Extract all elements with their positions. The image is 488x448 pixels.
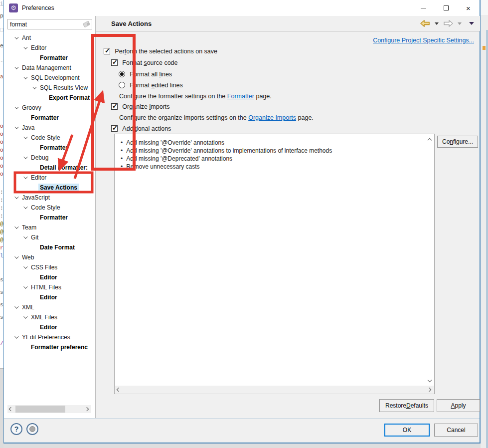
chevron-down-icon[interactable] (23, 234, 27, 238)
tree-item-label[interactable]: Formatter (38, 214, 69, 222)
tree-item[interactable]: Debug (4, 153, 96, 163)
format-edited-lines-radio[interactable] (119, 82, 125, 88)
tree-item-label[interactable]: Code Style (29, 134, 62, 142)
tree-item[interactable]: Formatter (4, 143, 96, 153)
chevron-down-icon[interactable] (23, 205, 27, 209)
titlebar[interactable]: ⚙ Preferences × (4, 0, 480, 16)
chevron-down-icon[interactable] (14, 334, 18, 338)
forward-history-dropdown-icon[interactable] (458, 22, 462, 25)
tree-item-label[interactable]: Editor (38, 293, 59, 301)
tree-item[interactable]: SQL Development (4, 73, 96, 83)
chevron-down-icon[interactable] (23, 264, 27, 268)
tree-item-label[interactable]: SQL Results View (38, 84, 89, 92)
restore-defaults-button[interactable]: Restore Defaults (379, 399, 434, 412)
tree-item[interactable]: Groovy (4, 103, 96, 113)
minimize-button[interactable] (412, 0, 435, 16)
chevron-down-icon[interactable] (14, 195, 18, 199)
tree-item-label[interactable]: Date Format (38, 243, 76, 251)
organize-imports-checkbox[interactable] (111, 103, 118, 110)
tree-item[interactable]: Team (4, 223, 96, 232)
tree-item[interactable]: Data Management (4, 63, 96, 73)
tree-item[interactable]: JavaScript (4, 193, 96, 203)
tree-item-label[interactable]: SQL Development (29, 74, 81, 82)
chevron-down-icon[interactable] (23, 314, 27, 318)
tree-item[interactable]: Export Format (4, 93, 96, 103)
tree-item-label[interactable]: Formatter (38, 54, 69, 62)
tree-horizontal-scrollbar[interactable] (7, 405, 91, 413)
tree-item[interactable]: XML Files (4, 312, 96, 322)
listbox-horizontal-scrollbar[interactable] (115, 386, 434, 393)
maximize-button[interactable] (435, 0, 457, 16)
chevron-down-icon[interactable] (14, 304, 18, 308)
tree-item-label[interactable]: JavaScript (20, 194, 51, 202)
search-input[interactable]: format (10, 21, 27, 28)
tree-item[interactable]: Editor (4, 272, 96, 282)
tree-item[interactable]: CSS Files (4, 262, 96, 272)
tree-item-label[interactable]: Web (20, 253, 35, 261)
forward-arrow-icon[interactable] (443, 20, 453, 27)
back-history-dropdown-icon[interactable] (435, 22, 439, 25)
tree-item[interactable]: YEdit Preferences (4, 332, 96, 342)
apply-button[interactable]: Apply (437, 399, 480, 412)
tree-item-label[interactable]: Code Style (29, 204, 62, 212)
tree-item-label[interactable]: Formatter (38, 144, 69, 152)
scroll-right-icon[interactable] (427, 386, 434, 393)
tree-item-label[interactable]: YEdit Preferences (20, 333, 72, 341)
record-icon[interactable] (26, 423, 38, 435)
tree-item[interactable]: Editor (4, 292, 96, 302)
filter-searchbox[interactable]: format (7, 19, 92, 29)
tree-item[interactable]: Formatter preferenc (4, 342, 96, 352)
view-menu-icon[interactable] (469, 22, 474, 25)
format-all-lines-radio[interactable] (119, 71, 125, 77)
chevron-down-icon[interactable] (23, 284, 27, 288)
tree-item[interactable]: HTML Files (4, 282, 96, 292)
tree-item-label[interactable]: Java (20, 124, 36, 132)
ok-button[interactable]: OK (384, 424, 430, 437)
tree-item[interactable]: Java (4, 123, 96, 133)
chevron-down-icon[interactable] (23, 45, 27, 49)
format-source-checkbox[interactable] (111, 59, 118, 66)
chevron-down-icon[interactable] (14, 65, 18, 69)
tree-item-label[interactable]: Ant (20, 34, 32, 42)
chevron-down-icon[interactable] (23, 175, 27, 179)
cancel-button[interactable]: Cancel (434, 424, 478, 437)
tree-item[interactable]: Git (4, 232, 96, 242)
tree-item-label[interactable]: Debug (29, 154, 50, 162)
chevron-down-icon[interactable] (14, 125, 18, 129)
tree-item-label[interactable]: Editor (38, 273, 59, 281)
chevron-down-icon[interactable] (14, 105, 18, 109)
organize-imports-page-link[interactable]: Organize Imports (248, 114, 296, 121)
chevron-down-icon[interactable] (23, 155, 27, 159)
chevron-down-icon[interactable] (14, 224, 18, 228)
close-button[interactable]: × (457, 0, 480, 16)
chevron-down-icon[interactable] (23, 135, 27, 139)
tree-item-label[interactable]: HTML Files (29, 283, 63, 291)
additional-actions-checkbox[interactable] (111, 125, 118, 132)
tree-item-label[interactable]: Team (20, 224, 38, 231)
tree-item-label[interactable]: Export Format (47, 94, 91, 102)
tree-item[interactable]: XML (4, 302, 96, 312)
chevron-down-icon[interactable] (32, 85, 36, 89)
tree-item[interactable]: Editor (4, 43, 96, 53)
tree-item-label[interactable]: Git (29, 233, 40, 241)
configure-button[interactable]: Configure... (437, 136, 478, 148)
tree-item-label[interactable]: Detail Formatter: (38, 164, 89, 172)
tree-item[interactable]: Web (4, 252, 96, 262)
tree-item[interactable]: Editor (4, 322, 96, 332)
eraser-icon[interactable] (83, 20, 91, 27)
tree-item-label[interactable]: XML Files (29, 313, 59, 321)
scroll-right-icon[interactable] (84, 406, 91, 413)
tree-item-label[interactable]: Save Actions (38, 184, 79, 192)
tree-item-label[interactable]: Groovy (20, 104, 43, 112)
tree-item-label[interactable]: CSS Files (29, 263, 59, 271)
scroll-up-icon[interactable] (426, 136, 433, 143)
tree-item[interactable]: Formatter (4, 113, 96, 123)
tree-item-label[interactable]: Data Management (20, 64, 73, 72)
tree-item[interactable]: Date Format (4, 242, 96, 252)
additional-actions-listbox[interactable]: Add missing '@Override' annotationsAdd m… (114, 134, 435, 394)
tree-item-label[interactable]: XML (20, 303, 36, 311)
tree-item-label[interactable]: Editor (29, 44, 48, 52)
question-mark-icon[interactable]: ? (10, 423, 22, 435)
tree-item-label[interactable]: Formatter (29, 114, 60, 122)
formatter-page-link[interactable]: Formatter (227, 93, 254, 100)
